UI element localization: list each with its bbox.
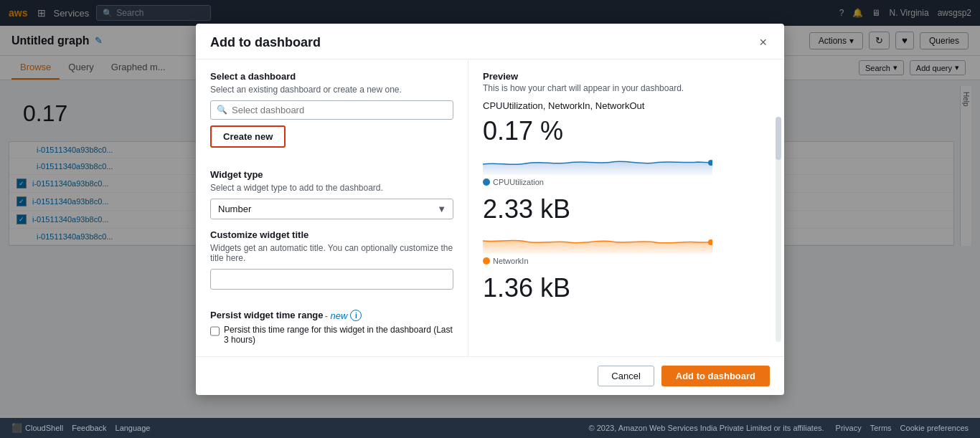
- preview-metric-networkout: 1.36 kB: [483, 274, 770, 303]
- persist-new-badge: - new: [325, 310, 348, 321]
- preview-metric-networkin: 2.33 kB: [483, 195, 770, 265]
- persist-checkbox-label: Persist this time range for this widget …: [224, 325, 453, 345]
- networkin-value: 2.33 kB: [483, 195, 770, 224]
- persist-checkbox[interactable]: [210, 326, 220, 336]
- add-to-dashboard-modal: Add to dashboard × Select a dashboard Se…: [196, 24, 784, 395]
- customize-title-label: Customize widget title: [210, 229, 453, 240]
- modal-footer: Cancel Add to dashboard: [196, 356, 784, 395]
- preview-metric-cpu: 0.17 %: [483, 117, 770, 187]
- persist-title: Persist widget time range: [210, 310, 324, 320]
- networkin-chart: [483, 225, 770, 254]
- cpu-chart: [483, 146, 770, 175]
- customize-title-desc: Widgets get an automatic title. You can …: [210, 243, 453, 263]
- cpu-value: 0.17 %: [483, 117, 770, 146]
- widget-type-select-wrap: Number Line Stacked area Bar Pie Text Al…: [210, 199, 453, 219]
- preview-scrollbar[interactable]: [776, 117, 781, 342]
- terms-label[interactable]: Terms: [870, 424, 892, 432]
- widget-type-section: Widget type Select a widget type to add …: [210, 169, 453, 219]
- networkin-legend-label: NetworkIn: [493, 257, 529, 265]
- widget-title-input[interactable]: CPUUtilization, NetworkIn, NetworkOut: [210, 269, 453, 290]
- privacy-label[interactable]: Privacy: [836, 424, 862, 432]
- dashboard-search-input[interactable]: [232, 105, 447, 115]
- preview-scroll-thumb: [776, 117, 781, 160]
- search-glass-icon: 🔍: [217, 105, 227, 115]
- footer-right: Privacy Terms Cookie preferences: [836, 424, 969, 432]
- cloudshell-icon: ⬛: [11, 423, 22, 433]
- persist-info-icon[interactable]: i: [350, 310, 362, 321]
- widget-type-select[interactable]: Number Line Stacked area Bar Pie Text Al…: [210, 199, 453, 219]
- cookie-label[interactable]: Cookie preferences: [900, 424, 969, 432]
- preview-chart-title: CPUUtilization, NetworkIn, NetworkOut: [483, 100, 770, 111]
- language-label[interactable]: Language: [116, 424, 151, 432]
- modal-body: Select a dashboard Select an existing da…: [196, 59, 784, 356]
- persist-section: Persist widget time range - new i Persis…: [210, 310, 453, 345]
- preview-desc: This is how your chart will appear in yo…: [483, 83, 770, 93]
- create-new-button[interactable]: Create new: [210, 125, 286, 148]
- widget-type-desc: Select a widget type to add to the dashb…: [210, 183, 453, 193]
- modal-close-button[interactable]: ×: [756, 35, 770, 50]
- networkin-legend-dot: [483, 257, 490, 265]
- feedback-label[interactable]: Feedback: [72, 424, 106, 432]
- modal-header: Add to dashboard ×: [196, 24, 784, 59]
- dashboard-search-wrap[interactable]: 🔍: [210, 100, 453, 120]
- add-to-dashboard-button[interactable]: Add to dashboard: [661, 366, 770, 386]
- modal-left-panel: Select a dashboard Select an existing da…: [196, 59, 468, 356]
- cancel-button[interactable]: Cancel: [598, 366, 654, 386]
- cpu-legend-label: CPUUtilization: [493, 178, 544, 186]
- persist-checkbox-row: Persist this time range for this widget …: [210, 325, 453, 345]
- modal-title: Add to dashboard: [210, 35, 321, 50]
- footer-left: ⬛ CloudShell Feedback Language: [11, 423, 150, 433]
- modal-right-panel: Preview This is how your chart will appe…: [468, 59, 784, 356]
- select-dashboard-desc: Select an existing dashboard or create a…: [210, 85, 453, 95]
- preview-title: Preview: [483, 71, 770, 82]
- select-dashboard-label: Select a dashboard: [210, 71, 453, 82]
- widget-type-label: Widget type: [210, 169, 453, 180]
- footer: ⬛ CloudShell Feedback Language © 2023, A…: [0, 418, 980, 438]
- cloudshell-label[interactable]: CloudShell: [25, 424, 63, 432]
- networkout-value: 1.36 kB: [483, 274, 770, 303]
- modal-backdrop: Add to dashboard × Select a dashboard Se…: [0, 0, 980, 418]
- copyright-text: © 2023, Amazon Web Services India Privat…: [589, 424, 824, 432]
- cpu-legend-dot: [483, 178, 490, 186]
